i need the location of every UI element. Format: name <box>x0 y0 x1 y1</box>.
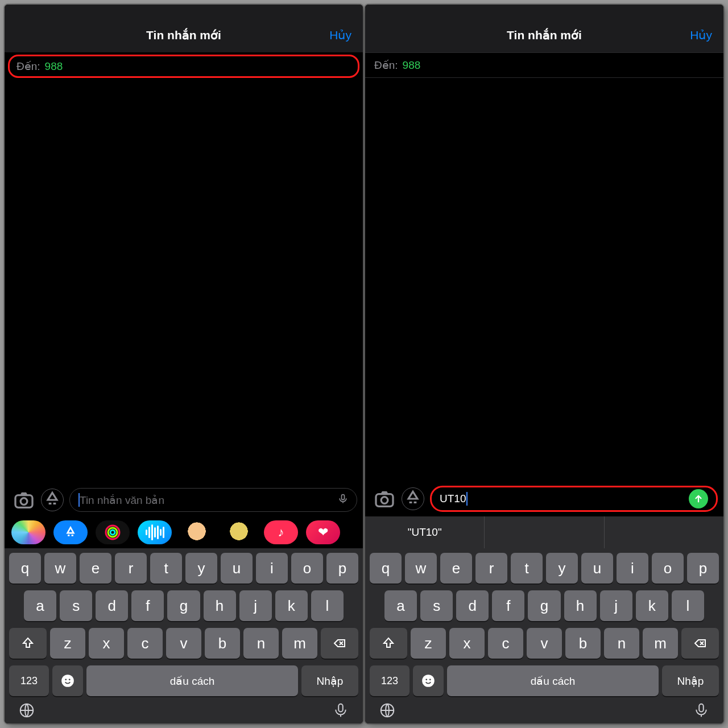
key-x[interactable]: x <box>89 628 124 659</box>
key-y[interactable]: y <box>185 553 217 584</box>
fitness-app-icon[interactable] <box>96 520 130 544</box>
key-d[interactable]: d <box>96 590 128 621</box>
key-y[interactable]: y <box>546 553 578 584</box>
compose-bar: Tin nhắn văn bản <box>5 483 363 516</box>
suggestion-1[interactable]: "UT10" <box>365 516 485 548</box>
key-i[interactable]: i <box>617 553 648 584</box>
appstore-icon[interactable] <box>41 489 64 511</box>
key-h[interactable]: h <box>204 590 236 621</box>
key-a[interactable]: a <box>384 590 417 621</box>
suggestion-3[interactable] <box>605 516 723 548</box>
dictation-icon[interactable] <box>693 702 710 721</box>
space-key[interactable]: dấu cách <box>447 665 659 696</box>
key-h[interactable]: h <box>564 590 597 621</box>
key-f[interactable]: f <box>492 590 524 621</box>
numbers-key[interactable]: 123 <box>9 665 49 696</box>
key-g[interactable]: g <box>167 590 200 621</box>
photos-app-icon[interactable] <box>11 520 46 544</box>
appstore-app-icon[interactable] <box>53 520 88 544</box>
key-o[interactable]: o <box>652 553 684 584</box>
mic-icon[interactable] <box>337 492 349 508</box>
key-r[interactable]: r <box>115 553 147 584</box>
key-q[interactable]: q <box>9 553 41 584</box>
keyboard[interactable]: q w e r t y u i o p a s d f g h j k l <box>365 548 723 723</box>
send-button[interactable] <box>689 489 708 508</box>
key-o[interactable]: o <box>291 553 323 584</box>
appstore-icon[interactable] <box>402 487 424 510</box>
key-e[interactable]: e <box>440 553 472 584</box>
key-k[interactable]: k <box>636 590 668 621</box>
key-g[interactable]: g <box>528 590 560 621</box>
suggestion-bar: "UT10" <box>365 516 723 548</box>
key-m[interactable]: m <box>643 628 678 659</box>
key-e[interactable]: e <box>80 553 111 584</box>
key-j[interactable]: j <box>600 590 632 621</box>
globe-icon[interactable] <box>18 702 35 721</box>
key-n[interactable]: n <box>243 628 279 659</box>
memoji-1-icon[interactable] <box>180 520 214 544</box>
key-w[interactable]: w <box>405 553 437 584</box>
key-a[interactable]: a <box>24 590 56 621</box>
enter-key[interactable]: Nhập <box>662 665 719 696</box>
suggestion-2[interactable] <box>485 516 604 548</box>
app-strip[interactable]: ♪ ❤ <box>5 516 363 548</box>
key-l[interactable]: l <box>311 590 344 621</box>
message-input[interactable]: Tin nhắn văn bản <box>69 488 357 512</box>
conversation-area <box>365 78 723 481</box>
cancel-button[interactable]: Hủy <box>690 28 712 42</box>
key-u[interactable]: u <box>221 553 253 584</box>
backspace-key[interactable] <box>681 628 719 659</box>
keyboard[interactable]: q w e r t y u i o p a s d f g h j k l <box>5 548 363 723</box>
music-app-icon[interactable]: ♪ <box>264 520 298 544</box>
key-k[interactable]: k <box>275 590 308 621</box>
dictation-icon[interactable] <box>332 702 349 721</box>
key-v[interactable]: v <box>527 628 562 659</box>
key-c[interactable]: c <box>127 628 163 659</box>
emoji-key[interactable] <box>413 665 444 696</box>
key-v[interactable]: v <box>166 628 201 659</box>
key-z[interactable]: z <box>50 628 85 659</box>
key-t[interactable]: t <box>511 553 543 584</box>
key-t[interactable]: t <box>150 553 182 584</box>
cancel-button[interactable]: Hủy <box>329 28 351 42</box>
to-value: 988 <box>403 59 421 72</box>
shift-key[interactable] <box>9 628 47 659</box>
to-value: 988 <box>45 60 63 73</box>
camera-icon[interactable] <box>373 487 396 510</box>
numbers-key[interactable]: 123 <box>370 665 410 696</box>
emoji-key[interactable] <box>52 665 83 696</box>
key-f[interactable]: f <box>131 590 164 621</box>
shift-key[interactable] <box>370 628 407 659</box>
key-m[interactable]: m <box>282 628 317 659</box>
backspace-key[interactable] <box>321 628 358 659</box>
key-w[interactable]: w <box>44 553 76 584</box>
key-n[interactable]: n <box>604 628 639 659</box>
key-q[interactable]: q <box>370 553 402 584</box>
key-i[interactable]: i <box>256 553 288 584</box>
recipient-field[interactable]: Đến: 988 <box>365 52 723 78</box>
key-j[interactable]: j <box>239 590 272 621</box>
enter-key[interactable]: Nhập <box>301 665 358 696</box>
key-d[interactable]: d <box>456 590 489 621</box>
space-key[interactable]: dấu cách <box>86 665 298 696</box>
key-u[interactable]: u <box>581 553 613 584</box>
key-s[interactable]: s <box>60 590 92 621</box>
audio-app-icon[interactable] <box>138 520 172 544</box>
key-b[interactable]: b <box>205 628 240 659</box>
key-s[interactable]: s <box>420 590 453 621</box>
key-z[interactable]: z <box>411 628 446 659</box>
svg-point-7 <box>65 679 67 680</box>
key-l[interactable]: l <box>672 590 704 621</box>
heart-app-icon[interactable]: ❤ <box>306 520 340 544</box>
key-b[interactable]: b <box>565 628 601 659</box>
globe-icon[interactable] <box>379 702 396 721</box>
key-r[interactable]: r <box>475 553 507 584</box>
memoji-2-icon[interactable] <box>222 520 256 544</box>
recipient-field[interactable]: Đến: 988 <box>8 55 359 78</box>
message-input[interactable]: UT10 <box>430 486 718 512</box>
key-p[interactable]: p <box>326 553 358 584</box>
key-p[interactable]: p <box>687 553 719 584</box>
key-c[interactable]: c <box>488 628 523 659</box>
camera-icon[interactable] <box>13 489 35 511</box>
key-x[interactable]: x <box>449 628 485 659</box>
